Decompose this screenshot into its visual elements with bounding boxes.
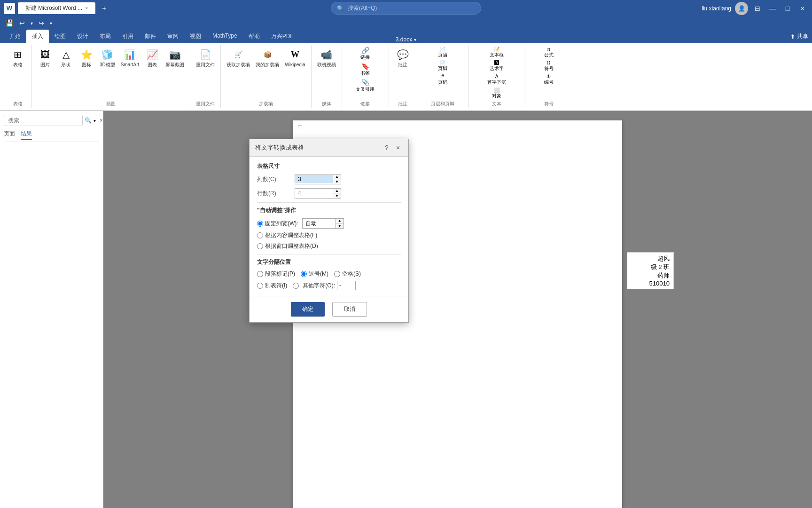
space-row: 空格(S): [334, 270, 361, 278]
fit-content-label: 根据内容调整表格(F): [265, 231, 317, 239]
fixed-width-spinner-buttons: ▲ ▼: [336, 219, 344, 228]
other-label: 其他字符(O):: [303, 282, 335, 290]
dialog-title: 将文字转换成表格: [255, 143, 304, 152]
dialog-title-buttons: ? ×: [382, 143, 403, 152]
rows-spinner: ▲ ▼: [295, 188, 341, 198]
tab-row: 制表符(I): [257, 282, 287, 290]
tab-radio[interactable]: [257, 283, 263, 289]
dialog-title-bar: 将文字转换成表格 ? ×: [250, 139, 408, 157]
fit-content-radio[interactable]: [257, 232, 263, 238]
other-char-input[interactable]: [337, 281, 356, 290]
rows-label: 行数(R):: [257, 190, 295, 198]
fixed-width-row: 固定列宽(W): ▲ ▼: [257, 218, 401, 229]
cols-input[interactable]: [295, 175, 333, 183]
rows-spinner-buttons: ▲ ▼: [333, 189, 341, 198]
separator-row-1: 段落标记(P) 逗号(M) 空格(S): [257, 270, 401, 278]
confirm-button[interactable]: 确定: [291, 302, 325, 317]
dialog-overlay: 将文字转换成表格 ? × 表格尺寸 列数(C): ▲ ▼: [0, 0, 812, 508]
space-radio[interactable]: [334, 271, 340, 277]
dialog-body: 表格尺寸 列数(C): ▲ ▼ 行数(R): ▲ ▼: [250, 157, 408, 296]
comma-radio[interactable]: [301, 271, 307, 277]
cols-row: 列数(C): ▲ ▼: [257, 174, 401, 184]
fixed-width-spinner: ▲ ▼: [302, 218, 344, 229]
rows-increment-button[interactable]: ▲: [333, 189, 341, 193]
fit-window-row: 根据窗口调整表格(D): [257, 242, 401, 250]
cols-spinner: ▲ ▼: [295, 174, 341, 184]
paragraph-radio[interactable]: [257, 271, 263, 277]
other-row: 其他字符(O):: [293, 281, 356, 290]
other-radio[interactable]: [293, 283, 299, 289]
comma-row: 逗号(M): [301, 270, 328, 278]
separator-row-2: 制表符(I) 其他字符(O):: [257, 281, 401, 290]
divider-2: [257, 254, 401, 254]
cancel-button[interactable]: 取消: [332, 302, 367, 317]
comma-label: 逗号(M): [309, 270, 328, 278]
fixed-width-input[interactable]: [303, 219, 336, 228]
paragraph-label: 段落标记(P): [265, 270, 295, 278]
cols-label: 列数(C):: [257, 175, 295, 183]
section-separator-label: 文字分隔位置: [257, 258, 401, 266]
fixed-width-increment-button[interactable]: ▲: [336, 219, 344, 223]
space-label: 空格(S): [342, 270, 361, 278]
dialog-close-button[interactable]: ×: [393, 143, 403, 152]
cols-spinner-buttons: ▲ ▼: [333, 175, 341, 184]
tab-label: 制表符(I): [265, 282, 287, 290]
dialog-footer: 确定 取消: [250, 296, 408, 322]
section-table-size-label: 表格尺寸: [257, 162, 401, 170]
fixed-width-decrement-button[interactable]: ▼: [336, 223, 344, 228]
rows-decrement-button[interactable]: ▼: [333, 193, 341, 198]
cols-increment-button[interactable]: ▲: [333, 175, 341, 179]
fit-window-label: 根据窗口调整表格(D): [265, 242, 318, 250]
fit-window-radio[interactable]: [257, 243, 263, 249]
rows-row: 行数(R): ▲ ▼: [257, 188, 401, 198]
rows-input[interactable]: [295, 189, 333, 198]
convert-text-to-table-dialog: 将文字转换成表格 ? × 表格尺寸 列数(C): ▲ ▼: [249, 139, 409, 323]
fixed-width-label: 固定列宽(W):: [265, 220, 298, 228]
paragraph-row: 段落标记(P): [257, 270, 295, 278]
section-auto-label: "自动调整"操作: [257, 206, 401, 214]
dialog-help-button[interactable]: ?: [382, 143, 391, 152]
fixed-width-radio[interactable]: [257, 221, 263, 227]
divider-1: [257, 202, 401, 203]
fit-content-row: 根据内容调整表格(F): [257, 231, 401, 239]
cols-decrement-button[interactable]: ▼: [333, 179, 341, 184]
